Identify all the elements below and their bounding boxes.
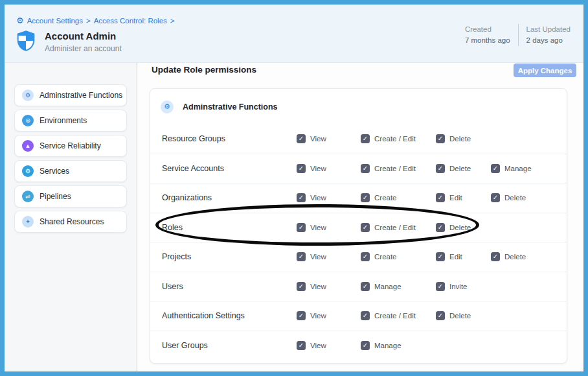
permission-label: Edit xyxy=(449,253,462,261)
permission-row-label: Organizations xyxy=(162,193,212,202)
permission-option: ✓Manage xyxy=(491,164,532,173)
permission-option: ✓Create xyxy=(361,252,397,261)
apply-changes-button[interactable]: Apply Changes xyxy=(514,64,576,77)
permission-label: View xyxy=(310,283,326,290)
last-updated-value: 2 days ago xyxy=(526,35,571,46)
checkbox-service-accounts-create-edit[interactable]: ✓ xyxy=(361,164,370,173)
sidebar-item-label: Environments xyxy=(40,116,87,125)
created-label: Created xyxy=(465,24,510,35)
breadcrumb-access-control-roles[interactable]: Access Control: Roles xyxy=(94,17,167,25)
checkbox-users-manage[interactable]: ✓ xyxy=(361,282,370,291)
permission-option: ✓View xyxy=(297,311,326,320)
sidebar-item-service-reliability[interactable]: ▲Service Reliability xyxy=(14,135,127,157)
checkbox-projects-create[interactable]: ✓ xyxy=(361,252,370,261)
permission-label: Invite xyxy=(449,283,468,290)
permission-option: ✓Create / Edit xyxy=(361,223,416,232)
sidebar-item-shared-resources[interactable]: ✦Shared Resources xyxy=(14,211,127,233)
permission-option: ✓Invite xyxy=(436,282,468,291)
checkbox-organizations-edit[interactable]: ✓ xyxy=(436,193,445,202)
checkbox-organizations-delete[interactable]: ✓ xyxy=(491,193,500,202)
checkbox-resource-groups-delete[interactable]: ✓ xyxy=(436,134,445,143)
checkbox-resource-groups-create-edit[interactable]: ✓ xyxy=(361,134,370,143)
permission-label: Manage xyxy=(374,283,401,290)
app-window: ⚙ Account Settings > Access Control: Rol… xyxy=(0,0,588,376)
section-heading: Update Role permissions xyxy=(152,65,256,75)
breadcrumb-account-settings[interactable]: Account Settings xyxy=(27,17,83,25)
checkbox-authentication-settings-create-edit[interactable]: ✓ xyxy=(361,311,370,320)
created-value: 7 months ago xyxy=(465,35,510,46)
permission-label: View xyxy=(310,312,326,320)
checkbox-users-view[interactable]: ✓ xyxy=(297,282,306,291)
pipelines-icon: ⇌ xyxy=(22,191,34,202)
permission-row-label: Roles xyxy=(162,223,183,232)
checkbox-roles-create-edit[interactable]: ✓ xyxy=(361,223,370,232)
permission-option: ✓View xyxy=(297,223,326,232)
role-meta: Created 7 months ago Last Updated 2 days… xyxy=(457,24,578,46)
sidebar: ⚙Adminstrative Functions⊚Environments▲Se… xyxy=(5,63,137,371)
permission-option: ✓View xyxy=(297,341,326,350)
services-gear-icon: ⚙ xyxy=(22,165,34,177)
permission-label: Manage xyxy=(374,342,401,349)
checkbox-user-groups-view[interactable]: ✓ xyxy=(297,341,306,350)
permission-label: Delete xyxy=(449,165,471,172)
permission-label: Delete xyxy=(449,312,471,320)
permission-option: ✓Delete xyxy=(436,311,471,320)
permission-label: Manage xyxy=(504,165,532,172)
sidebar-item-adminstrative-functions[interactable]: ⚙Adminstrative Functions xyxy=(14,84,127,106)
gear-icon: ⚙ xyxy=(161,100,174,113)
permission-option: ✓View xyxy=(297,164,326,173)
permission-option: ✓View xyxy=(297,134,326,143)
permission-option: ✓Edit xyxy=(436,252,462,261)
permission-label: Delete xyxy=(449,224,471,231)
checkbox-projects-edit[interactable]: ✓ xyxy=(436,252,445,261)
checkbox-user-groups-manage[interactable]: ✓ xyxy=(361,341,370,350)
permission-row-label: Resource Groups xyxy=(162,134,225,143)
checkbox-projects-view[interactable]: ✓ xyxy=(297,252,306,261)
permission-label: Create xyxy=(374,253,397,261)
permission-row-service-accounts: Service Accounts✓View✓Create / Edit✓Dele… xyxy=(150,154,567,184)
page-title: Account Admin xyxy=(45,30,122,42)
permission-option: ✓Create / Edit xyxy=(361,311,416,320)
checkbox-organizations-view[interactable]: ✓ xyxy=(297,193,306,202)
permission-option: ✓Create / Edit xyxy=(361,134,416,143)
breadcrumb-separator: > xyxy=(86,17,91,25)
checkbox-service-accounts-delete[interactable]: ✓ xyxy=(436,164,445,173)
sidebar-item-pipelines[interactable]: ⇌Pipelines xyxy=(14,185,127,207)
permission-option: ✓Create xyxy=(361,193,397,202)
gear-icon: ⚙ xyxy=(22,89,34,101)
permission-row-label: Authentication Settings xyxy=(162,311,245,320)
permission-label: Delete xyxy=(449,135,471,143)
content-area: ⚙Adminstrative Functions⊚Environments▲Se… xyxy=(5,63,583,371)
checkbox-users-invite[interactable]: ✓ xyxy=(436,282,445,291)
shared-resources-icon: ✦ xyxy=(22,216,34,228)
permission-option: ✓Create / Edit xyxy=(361,164,416,173)
permission-label: View xyxy=(310,342,326,349)
permission-option: ✓Delete xyxy=(491,193,526,202)
permissions-section-title: Adminstrative Functions xyxy=(183,102,278,112)
checkbox-authentication-settings-delete[interactable]: ✓ xyxy=(436,311,445,320)
breadcrumb-separator: > xyxy=(170,17,175,25)
checkbox-service-accounts-manage[interactable]: ✓ xyxy=(491,164,500,173)
page-header: ⚙ Account Settings > Access Control: Rol… xyxy=(5,5,583,63)
permission-row-user-groups: User Groups✓View✓Manage xyxy=(150,331,567,361)
checkbox-projects-delete[interactable]: ✓ xyxy=(491,252,500,261)
permission-row-organizations: Organizations✓View✓Create✓Edit✓Delete xyxy=(150,183,567,213)
sidebar-item-label: Services xyxy=(40,167,69,176)
permission-label: Create / Edit xyxy=(374,312,416,320)
permission-row-authentication-settings: Authentication Settings✓View✓Create / Ed… xyxy=(150,301,567,331)
permission-label: Edit xyxy=(449,194,462,202)
sidebar-item-environments[interactable]: ⊚Environments xyxy=(14,110,127,132)
permission-row-roles: Roles✓View✓Create / Edit✓Delete xyxy=(150,213,567,243)
checkbox-roles-delete[interactable]: ✓ xyxy=(436,223,445,232)
sidebar-item-services[interactable]: ⚙Services xyxy=(14,160,127,182)
page-subtitle: Administer an account xyxy=(45,44,122,53)
checkbox-service-accounts-view[interactable]: ✓ xyxy=(297,164,306,173)
checkbox-organizations-create[interactable]: ✓ xyxy=(361,193,370,202)
permission-option: ✓Manage xyxy=(361,341,401,350)
checkbox-resource-groups-view[interactable]: ✓ xyxy=(297,134,306,143)
checkbox-roles-view[interactable]: ✓ xyxy=(297,223,306,232)
checkbox-authentication-settings-view[interactable]: ✓ xyxy=(297,311,306,320)
permission-option: ✓Delete xyxy=(436,223,471,232)
permission-row-projects: Projects✓View✓Create✓Edit✓Delete xyxy=(150,242,567,272)
sidebar-list: ⚙Adminstrative Functions⊚Environments▲Se… xyxy=(5,84,137,233)
